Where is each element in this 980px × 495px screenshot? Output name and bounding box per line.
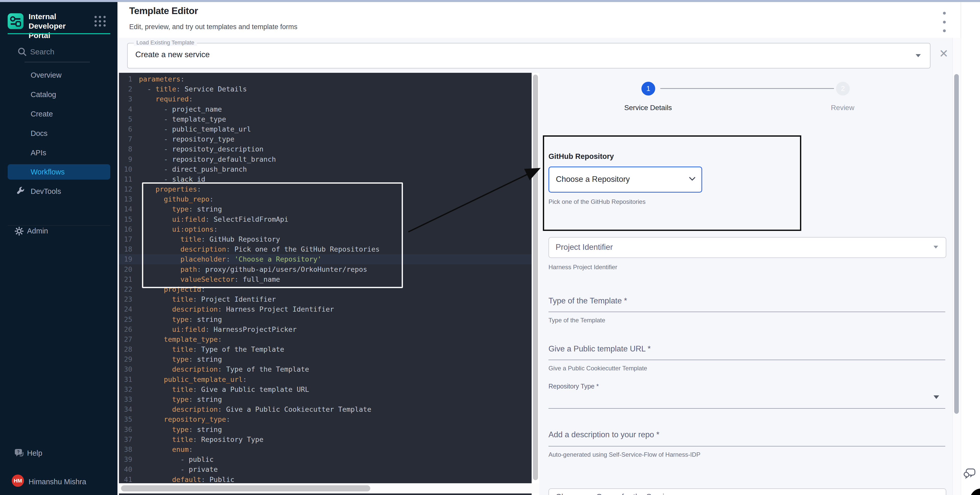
clear-template-button[interactable]: ✕ xyxy=(938,48,950,60)
window-top-edge xyxy=(0,0,980,2)
page-title: Template Editor xyxy=(129,6,198,16)
code-line[interactable]: 39 - public xyxy=(119,454,531,464)
code-annotation-box xyxy=(142,182,403,288)
sidebar-item-overview[interactable]: Overview xyxy=(8,67,110,83)
sidebar-item-workflows[interactable]: Workflows xyxy=(8,164,110,180)
line-number: 9 xyxy=(119,154,132,164)
code-line[interactable]: 40 - private xyxy=(119,464,531,474)
support-chat-icon[interactable] xyxy=(963,465,977,480)
repository-type-label: Repository Type * xyxy=(549,383,599,390)
stepper-step-2[interactable]: 2 xyxy=(836,82,850,95)
code-line[interactable]: 25 type: string xyxy=(119,314,531,325)
github-repo-select[interactable]: Choose a Repository xyxy=(549,167,702,193)
line-number: 25 xyxy=(119,314,132,325)
code-line[interactable]: 35 repository_type: xyxy=(119,414,531,424)
code-line[interactable]: 36 type: string xyxy=(119,425,531,435)
line-number: 31 xyxy=(119,374,132,384)
user-avatar: HM xyxy=(12,474,24,487)
code-line[interactable]: 6 - public_template_url xyxy=(119,124,531,134)
load-template-combobox[interactable]: Load Existing Template Create a new serv… xyxy=(127,43,931,68)
form-scrollbar-thumb[interactable] xyxy=(954,74,959,414)
code-line[interactable]: 34 description: Give a Public Cookiecutt… xyxy=(119,404,531,414)
line-number: 36 xyxy=(119,425,132,435)
search-placeholder: Search xyxy=(30,48,54,56)
line-number: 20 xyxy=(119,264,132,274)
sidebar-item-admin[interactable]: Admin xyxy=(8,224,110,238)
search-underline xyxy=(24,62,90,62)
code-line[interactable]: 32 title: Give a Public template URL xyxy=(119,384,531,395)
right-rail xyxy=(961,2,980,495)
code-line[interactable]: 24 description: Harness Project Identifi… xyxy=(119,304,531,314)
public-template-url-helper: Give a Public Cookiecutter Template xyxy=(549,365,647,372)
brand-title: Internal Developer Portal xyxy=(29,12,92,40)
editor-horizontal-scrollbar-thumb[interactable] xyxy=(121,485,370,492)
code-line[interactable]: 29 type: string xyxy=(119,354,531,364)
line-number: 40 xyxy=(119,464,132,474)
code-line[interactable]: 33 type: string xyxy=(119,395,531,404)
app-root: Internal Developer Portal Search Overvie… xyxy=(0,0,980,495)
sidebar-item-create[interactable]: Create xyxy=(8,106,110,122)
code-line[interactable]: 7 - repository_type xyxy=(119,134,531,144)
code-line[interactable]: 23 title: Project Identifier xyxy=(119,294,531,304)
code-line[interactable]: 30 description: Type of the Template xyxy=(119,364,531,374)
owner-placeholder: Choose an Owner for the Service xyxy=(555,492,673,495)
repository-type-caret-icon xyxy=(934,395,939,399)
code-line[interactable]: 5 - template_type xyxy=(119,114,531,124)
code-line[interactable]: 9 - repository_default_branch xyxy=(119,154,531,164)
editor-vertical-scrollbar-thumb[interactable] xyxy=(533,75,538,480)
sidebar-search[interactable] xyxy=(15,46,102,59)
stepper-step-1[interactable]: 1 xyxy=(641,82,655,95)
line-number: 17 xyxy=(119,234,132,244)
line-number: 38 xyxy=(119,444,132,454)
code-line[interactable]: 2 - title: Service Details xyxy=(119,84,531,94)
code-line[interactable]: 8 - repositoty_description xyxy=(119,144,531,154)
owner-select[interactable]: Choose an Owner for the Service xyxy=(549,489,946,495)
template-type-field[interactable]: Type of the Template * xyxy=(549,296,627,306)
code-line[interactable]: 27 template_type: xyxy=(119,334,531,344)
line-number: 11 xyxy=(119,174,132,184)
idp-logo xyxy=(8,13,24,29)
code-line[interactable]: 31 public_template_url: xyxy=(119,374,531,384)
code-line[interactable]: 28 title: Type of the Template xyxy=(119,344,531,354)
line-number: 1 xyxy=(119,74,132,84)
sidebar-user[interactable]: HM Himanshu Mishra xyxy=(8,474,112,489)
line-number: 28 xyxy=(119,344,132,354)
code-line[interactable]: 26 ui:field: HarnessProjectPicker xyxy=(119,325,531,334)
github-repo-helper: Pick one of the GitHub Repositories xyxy=(549,198,646,205)
public-template-url-underline xyxy=(549,360,945,360)
code-line[interactable]: 38 enum: xyxy=(119,444,531,454)
code-line[interactable]: 41 default: Public xyxy=(119,474,531,484)
project-identifier-select[interactable]: Project Identifier xyxy=(549,237,946,258)
page-header xyxy=(118,2,961,38)
sidebar-item-help[interactable]: ? Help xyxy=(8,446,110,460)
help-chat-icon: ? xyxy=(13,447,25,460)
public-template-url-field[interactable]: Give a Public template URL * xyxy=(549,344,651,353)
code-line[interactable]: 10 - direct_push_branch xyxy=(119,164,531,174)
code-line[interactable]: 3 required: xyxy=(119,94,531,104)
sidebar-item-catalog[interactable]: Catalog xyxy=(8,87,110,102)
code-line[interactable]: 1parameters: xyxy=(119,74,531,84)
line-number: 18 xyxy=(119,244,132,254)
github-repo-label: GitHub Repository xyxy=(549,152,614,161)
project-identifier-placeholder: Project Identifier xyxy=(555,243,613,252)
line-number: 37 xyxy=(119,435,132,444)
stepper-connector xyxy=(660,88,834,89)
load-template-label: Load Existing Template xyxy=(134,39,197,46)
idp-logo-glyph xyxy=(8,13,24,29)
header-kebab-menu[interactable] xyxy=(939,10,949,34)
sidebar-item-devtools[interactable]: DevTools xyxy=(8,184,110,199)
code-line[interactable]: 37 title: Repository Type xyxy=(119,435,531,444)
line-number: 27 xyxy=(119,334,132,344)
line-number: 41 xyxy=(119,474,132,484)
line-number: 12 xyxy=(119,184,132,194)
page-subtitle: Edit, preview, and try out templates and… xyxy=(129,23,298,31)
line-number: 30 xyxy=(119,364,132,374)
app-grid-icon[interactable] xyxy=(94,16,106,27)
code-line[interactable]: 4 - project_name xyxy=(119,104,531,114)
gear-icon xyxy=(14,226,24,236)
repo-description-field[interactable]: Add a description to your repo * xyxy=(549,430,659,439)
sidebar-item-docs[interactable]: Docs xyxy=(8,126,110,141)
repository-type-select[interactable] xyxy=(549,380,945,409)
line-number: 13 xyxy=(119,194,132,204)
sidebar-item-apis[interactable]: APIs xyxy=(8,145,110,161)
